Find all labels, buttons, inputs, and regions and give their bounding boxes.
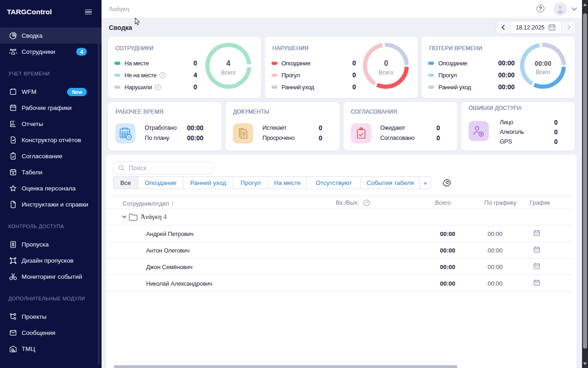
svg-text:?: ?: [366, 201, 368, 205]
